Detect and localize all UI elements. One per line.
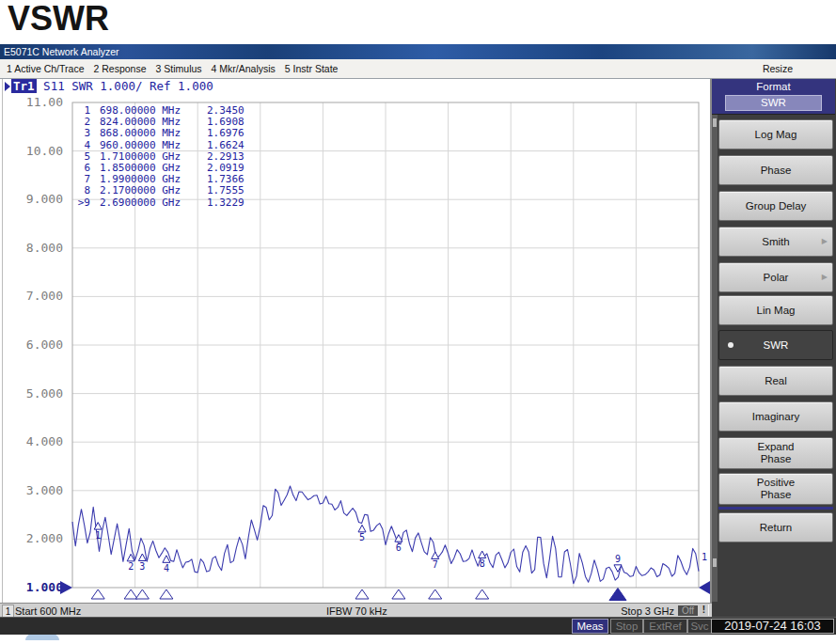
channel-status-row: 1 Start 600 MHz IFBW 70 kHz Stop 3 GHz O… [0, 603, 712, 618]
marker-glyph[interactable] [432, 552, 439, 559]
softkey-scrollbar[interactable] [712, 115, 718, 602]
instrument-status-bar: MeasStopExtRefSvc 2019-07-24 16:03 [0, 617, 836, 635]
menu-item-2[interactable]: 2 Response [93, 59, 146, 78]
softkey-scrollbar-down[interactable] [713, 558, 717, 567]
marker-number: 7 [433, 559, 438, 570]
softkey-menu-title: Format [712, 81, 835, 92]
datetime-display: 2019-07-24 16:03 [711, 619, 834, 634]
window-title-bar: E5071C Network Analyzer [0, 44, 836, 59]
softkey-group-delay[interactable]: Group Delay [718, 191, 833, 221]
softkey-log-mag[interactable]: Log Mag [718, 119, 833, 149]
marker-number: 1 [95, 530, 101, 541]
softkey-positive-phase[interactable]: Positive Phase [718, 473, 833, 505]
marker-table-row: 4960.00000 MHz1.6624 [75, 140, 244, 151]
marker-stimulus-indicator-icon[interactable] [91, 589, 104, 599]
window-title: E5071C Network Analyzer [0, 46, 119, 57]
softkey-expand-phase[interactable]: Expand Phase [718, 437, 833, 469]
marker-number: 8 [480, 558, 485, 569]
softkey-swr[interactable]: SWR [718, 330, 833, 360]
status-indicator-extref: ExtRef [643, 619, 687, 634]
softkey-polar[interactable]: Polar▶ [718, 262, 833, 292]
menu-item-3[interactable]: 3 Stimulus [156, 59, 202, 78]
marker-number: 9 [615, 554, 621, 564]
menu-bar: 1 Active Ch/Trace2 Response3 Stimulus4 M… [0, 59, 836, 79]
marker-table-row: >92.6900000 GHz1.3229 [75, 197, 244, 209]
marker-number: 2 [128, 561, 134, 572]
softkey-smith[interactable]: Smith▶ [718, 227, 833, 257]
marker-glyph[interactable] [479, 551, 486, 558]
softkey-lin-mag[interactable]: Lin Mag [718, 295, 833, 325]
marker-stimulus-indicator-icon[interactable] [392, 589, 405, 599]
trace-number-label: 1 [702, 552, 707, 562]
alert-indicator: ! [700, 605, 709, 616]
marker-stimulus-indicator-icon[interactable] [124, 589, 137, 599]
marker-stimulus-indicator-icon[interactable] [355, 589, 369, 599]
status-indicator-svc: Svc [687, 619, 712, 634]
marker-stimulus-indicator-icon[interactable] [429, 589, 442, 599]
softkey-imaginary[interactable]: Imaginary [718, 401, 833, 432]
off-indicator[interactable]: Off [678, 605, 698, 616]
status-indicator-meas: Meas [572, 619, 608, 634]
status-indicator-stop: Stop [610, 619, 643, 634]
submenu-arrow-icon: ▶ [822, 237, 828, 246]
menu-item-resize[interactable]: Resize [763, 59, 793, 78]
marker-number: 5 [359, 532, 365, 542]
menu-item-5[interactable]: 5 Instr State [285, 59, 339, 78]
marker-table-row: 82.1700000 GHz1.7555 [75, 185, 244, 196]
stop-frequency-label: Stop 3 GHz [602, 605, 674, 618]
softkey-real[interactable]: Real [718, 366, 833, 396]
softkey-menu-value: SWR [725, 95, 822, 111]
softkey-menu-header: Format SWR [712, 79, 835, 115]
marker-glyph[interactable] [138, 554, 146, 561]
marker-number: 4 [164, 563, 169, 573]
marker-stimulus-indicator-icon[interactable] [476, 589, 489, 599]
softkey-group-separator [718, 507, 833, 510]
radio-dot-icon [728, 342, 733, 348]
ref-level-indicator-right-icon [699, 581, 710, 594]
marker-number: 6 [396, 542, 402, 553]
page: VSWR E5071C Network Analyzer 1 Active Ch… [0, 0, 836, 644]
marker-glyph[interactable] [358, 525, 366, 532]
softkey-return[interactable]: Return [718, 512, 833, 542]
submenu-arrow-icon: ▶ [822, 273, 828, 282]
menu-item-1[interactable]: 1 Active Ch/Trace [7, 59, 84, 78]
marker-number: 3 [139, 561, 145, 572]
page-title: VSWR [8, 0, 109, 39]
marker-stimulus-indicator-icon[interactable] [160, 589, 173, 599]
menu-item-4[interactable]: 4 Mkr/Analysis [212, 59, 276, 78]
ifbw-label: IFBW 70 kHz [326, 605, 387, 618]
softkey-scrollbar-up[interactable] [713, 118, 717, 127]
softkey-phase[interactable]: Phase [718, 155, 833, 185]
ref-level-indicator-left-icon[interactable] [60, 581, 72, 594]
marker-stimulus-indicator-active-icon[interactable] [609, 589, 626, 601]
start-frequency-label: Start 600 MHz [15, 605, 81, 618]
softkey-sidebar: Format SWR Log MagPhaseGroup DelaySmith▶… [712, 79, 836, 617]
marker-table: 1698.00000 MHz2.34502824.00000 MHz1.6908… [75, 105, 244, 209]
marker-stimulus-indicator-icon[interactable] [135, 589, 149, 599]
menu-items: 1 Active Ch/Trace2 Response3 Stimulus4 M… [0, 63, 347, 74]
marker-table-row: 3868.00000 MHz1.6976 [75, 128, 244, 139]
